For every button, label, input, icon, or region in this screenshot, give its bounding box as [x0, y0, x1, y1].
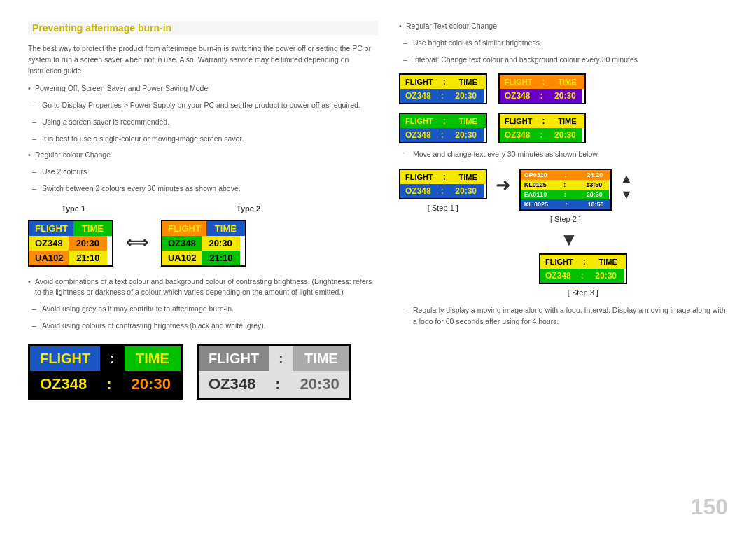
- t2-ua102: UA102: [162, 251, 202, 265]
- lb2-colon1: :: [269, 346, 293, 371]
- large-boards-container: FLIGHT : TIME OZ348 : 20:30 FLIGHT : TIM…: [28, 344, 378, 400]
- avoid-text3: Avoid using colours of contrasting brigh…: [42, 321, 378, 332]
- type2-board: FLIGHT TIME OZ348 20:30 UA102 21:10: [161, 220, 246, 267]
- lb2-oz348: OZ348: [199, 371, 265, 398]
- right-top-boards: FLIGHT:TIME OZ348:20:30 FLIGHT:TIME OZ34…: [399, 73, 728, 104]
- avoid-text2: Avoid using grey as it may contribute to…: [42, 304, 378, 315]
- rb4: FLIGHT:TIME OZ348:20:30: [498, 113, 587, 143]
- type1-row2: OZ348 20:30: [29, 236, 112, 251]
- bullet-2: Regular colour Change: [35, 150, 378, 161]
- lb2-time: TIME: [293, 346, 349, 371]
- dash-1-2: Using a screen saver is recommended.: [42, 117, 378, 128]
- t2-2030: 20:30: [202, 236, 240, 251]
- types-row: FLIGHT TIME OZ348 20:30 UA102 21:10 ⟺ FL…: [28, 220, 378, 267]
- right-dash2: Interval: Change text colour and backgro…: [413, 55, 728, 66]
- rb2: FLIGHT:TIME OZ348:20:30: [498, 73, 587, 104]
- right-column: Regular Text colour Change Use bright co…: [399, 21, 728, 513]
- t2-time: TIME: [206, 221, 245, 236]
- step3-col: FLIGHT:TIME OZ348:20:30 [ Step 3 ]: [539, 253, 627, 297]
- step2-label: [ Step 2 ]: [550, 215, 581, 223]
- step1-col: FLIGHT:TIME OZ348:20:30 [ Step 1 ]: [399, 169, 487, 212]
- t1-2030: 20:30: [69, 236, 107, 251]
- lb2-row2: OZ348 : 20:30: [199, 371, 349, 398]
- arrow-up-icon: ▲: [620, 171, 633, 186]
- step2-scrolling-board: OP0310:24:20 KL0125:13:50 EA0110:20:30 K…: [519, 169, 612, 211]
- type2-row2: OZ348 20:30: [162, 236, 245, 251]
- lb2-colon2: :: [265, 371, 290, 398]
- dash-2-1: Use 2 colours: [42, 167, 378, 178]
- right-bullet1: Regular Text colour Change: [406, 21, 728, 32]
- left-column: Preventing afterimage burn-in The best w…: [28, 21, 378, 513]
- step2-to-step3-arrow: ▼: [560, 229, 578, 251]
- t1-2110: 21:10: [69, 251, 107, 265]
- step1-label: [ Step 1 ]: [428, 204, 458, 212]
- step1-to-step2-arrow: ➜: [496, 174, 511, 196]
- type1-label: Type 1: [28, 204, 119, 213]
- arrow-down-icon: ▼: [620, 188, 633, 202]
- scroll-arrows: ▲ ▼: [620, 171, 633, 202]
- page: Preventing afterimage burn-in The best w…: [0, 0, 756, 534]
- dash-2-2: Switch between 2 colours every 30 minute…: [42, 183, 378, 195]
- bullet-1: Powering Off, Screen Saver and Power Sav…: [35, 83, 378, 94]
- t2-2110: 21:10: [202, 251, 240, 265]
- lb1-colon1: :: [100, 346, 125, 371]
- large-board2: FLIGHT : TIME OZ348 : 20:30: [197, 344, 351, 400]
- page-number: 150: [691, 494, 728, 520]
- lb1-time: TIME: [125, 346, 181, 371]
- section-title: Preventing afterimage burn-in: [28, 21, 378, 35]
- t1-time: TIME: [74, 221, 112, 236]
- dash-1-3: It is best to use a single-colour or mov…: [42, 134, 378, 145]
- t2-flight: FLIGHT: [162, 221, 206, 236]
- lb1-colon2: :: [97, 371, 121, 398]
- lb2-flight: FLIGHT: [199, 346, 269, 371]
- type2-row1: FLIGHT TIME: [162, 221, 245, 236]
- t2-oz348: OZ348: [162, 236, 202, 251]
- rb3: FLIGHT:TIME OZ348:20:30: [399, 113, 487, 143]
- large-board1: FLIGHT : TIME OZ348 : 20:30: [28, 344, 183, 400]
- right-bottom-boards: FLIGHT:TIME OZ348:20:30 FLIGHT:TIME OZ34…: [399, 113, 728, 143]
- type2-label: Type 2: [203, 204, 294, 213]
- steps-section: FLIGHT:TIME OZ348:20:30 [ Step 1 ] ➜ OP0…: [399, 169, 728, 223]
- dash-1-1: Go to Display Properties > Power Supply …: [42, 100, 378, 111]
- type1-row3: UA102 21:10: [29, 251, 112, 265]
- lb1-row2: OZ348 : 20:30: [30, 371, 181, 398]
- lb2-row1: FLIGHT : TIME: [199, 346, 349, 371]
- lb1-2030: 20:30: [122, 371, 181, 398]
- t1-oz348: OZ348: [29, 236, 69, 251]
- step2-col: OP0310:24:20 KL0125:13:50 EA0110:20:30 K…: [519, 169, 612, 223]
- rb1: FLIGHT:TIME OZ348:20:30: [399, 73, 487, 104]
- intro-text: The best way to protect the product from…: [28, 43, 378, 76]
- step3-board: FLIGHT:TIME OZ348:20:30: [539, 253, 627, 284]
- right-dash1: Use bright colours of similar brightness…: [413, 38, 728, 49]
- t1-flight: FLIGHT: [29, 221, 74, 236]
- footer-text: Regularly display a moving image along w…: [413, 305, 728, 328]
- t1-ua102: UA102: [29, 251, 69, 265]
- lb2-2030: 20:30: [290, 371, 349, 398]
- step1-board: FLIGHT:TIME OZ348:20:30: [399, 169, 487, 199]
- type-labels: Type 1 Type 2: [28, 204, 378, 213]
- avoid-text1: Avoid combinations of a text colour and …: [35, 276, 378, 299]
- type1-row1: FLIGHT TIME: [29, 221, 112, 236]
- lb1-flight: FLIGHT: [30, 346, 100, 371]
- double-arrow-icon: ⟺: [126, 234, 148, 252]
- lb1-row1: FLIGHT : TIME: [30, 346, 181, 371]
- type1-board: FLIGHT TIME OZ348 20:30 UA102 21:10: [28, 220, 113, 267]
- lb1-oz348: OZ348: [30, 371, 97, 398]
- move-text: Move and change text every 30 minutes as…: [413, 149, 728, 160]
- type2-row3: UA102 21:10: [162, 251, 245, 265]
- step3-section: ▼ FLIGHT:TIME OZ348:20:30 [ Step 3 ]: [399, 229, 728, 297]
- step3-label: [ Step 3 ]: [568, 288, 598, 297]
